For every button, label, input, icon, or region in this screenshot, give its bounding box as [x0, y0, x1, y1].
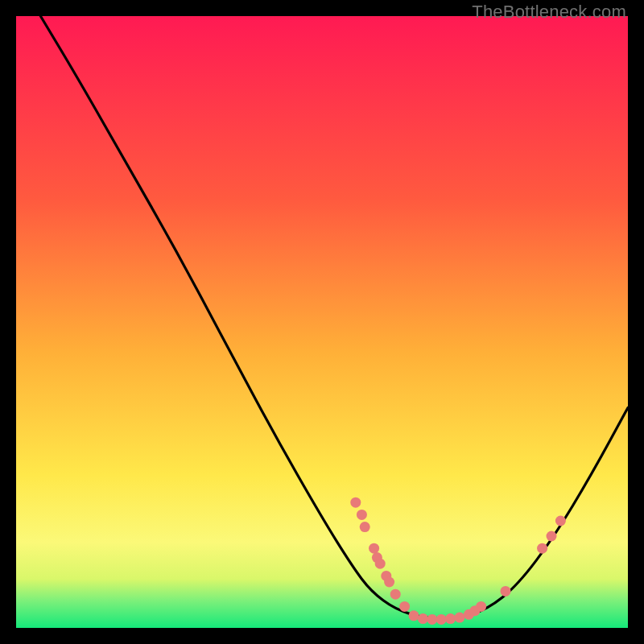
curve-marker	[436, 614, 447, 625]
curve-marker	[418, 613, 428, 624]
curve-marker	[427, 614, 437, 625]
curve-marker	[555, 516, 566, 526]
bottleneck-curve-chart	[16, 16, 628, 628]
curve-marker	[384, 577, 394, 588]
bottleneck-curve	[40, 16, 628, 619]
curve-marker	[455, 613, 465, 623]
curve-marker	[476, 601, 486, 612]
curve-marker	[537, 543, 547, 554]
curve-marker	[547, 531, 557, 542]
curve-marker	[360, 522, 370, 532]
curve-marker	[409, 610, 419, 621]
curve-marker	[357, 510, 367, 520]
curve-marker	[501, 586, 511, 597]
curve-marker	[390, 589, 401, 600]
curve-marker	[445, 613, 456, 624]
curve-marker	[375, 559, 386, 569]
curve-marker	[369, 543, 379, 554]
curve-marker	[399, 601, 410, 612]
curve-markers	[350, 497, 566, 625]
curve-marker	[350, 497, 361, 508]
